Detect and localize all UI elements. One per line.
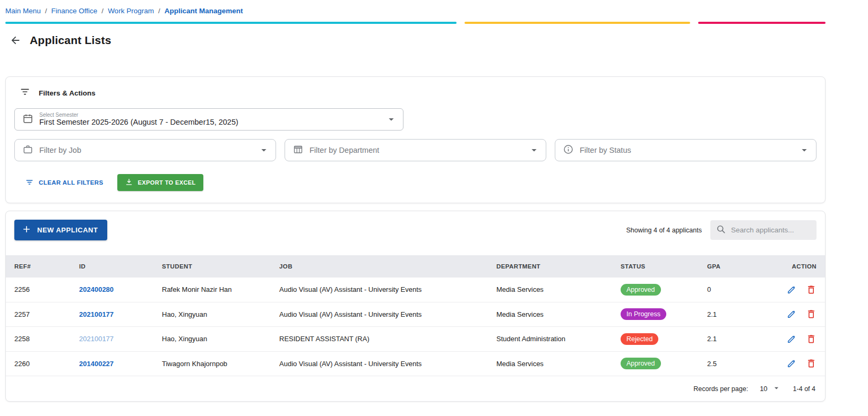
breadcrumb: Main Menu/Finance Office/Work Program/Ap…: [5, 5, 831, 16]
applicant-id-link[interactable]: 202100177: [79, 335, 114, 343]
records-per-page-value: 10: [760, 385, 767, 393]
export-to-excel-button[interactable]: EXPORT TO EXCEL: [117, 174, 203, 191]
edit-icon[interactable]: [786, 358, 797, 369]
job-cell: RESIDENT ASSISTANT (RA): [279, 335, 496, 343]
edit-icon[interactable]: [786, 284, 797, 295]
department-cell: Media Services: [496, 310, 621, 318]
chevron-down-icon: [385, 113, 398, 126]
status-badge: Rejected: [621, 333, 658, 345]
edit-icon[interactable]: [786, 334, 797, 344]
semester-text: Select Semester First Semester 2025-2026…: [39, 112, 238, 127]
gpa-cell: 2.5: [707, 360, 776, 368]
page: Main Menu/Finance Office/Work Program/Ap…: [0, 0, 831, 402]
breadcrumb-item[interactable]: Applicant Management: [165, 7, 243, 15]
applicant-id-link[interactable]: 201400227: [79, 360, 114, 368]
chevron-down-icon: [528, 144, 540, 157]
calendar-icon: [22, 113, 33, 126]
table-body: 2256 202400280 Rafek Monir Nazir Han Aud…: [6, 278, 825, 376]
ref-cell: 2257: [14, 310, 79, 318]
breadcrumb-item[interactable]: Main Menu: [5, 7, 41, 15]
search-input[interactable]: [731, 226, 811, 234]
delete-icon[interactable]: [806, 309, 817, 319]
pagination-range-text: 1-4 of 4: [793, 385, 815, 393]
ref-cell: 2256: [14, 285, 79, 293]
department-grid-icon: [293, 144, 304, 157]
department-cell: Media Services: [496, 285, 621, 293]
filters-header: Filters & Actions: [14, 86, 817, 99]
department-filter-select[interactable]: Filter by Department: [285, 139, 546, 161]
back-arrow-icon[interactable]: [10, 34, 21, 46]
status-filter-select[interactable]: Filter by Status: [555, 139, 817, 161]
delete-icon[interactable]: [806, 284, 817, 295]
student-cell: Hao, Xingyuan: [162, 335, 279, 343]
student-cell: Rafek Monir Nazir Han: [162, 285, 279, 293]
applicants-card: NEW APPLICANT Showing 4 of 4 applicants …: [5, 211, 826, 402]
column-header-student: STUDENT: [162, 263, 279, 270]
page-title: Applicant Lists: [30, 34, 111, 47]
status-badge: Approved: [621, 358, 661, 369]
column-header-ref-: REF#: [14, 263, 79, 270]
semester-label: Select Semester: [39, 112, 238, 118]
search-icon: [716, 224, 726, 237]
job-filter-select[interactable]: Filter by Job: [14, 139, 276, 161]
ref-cell: 2258: [14, 335, 79, 343]
accent-bar-segment-cyan: [5, 22, 457, 24]
department-cell: Media Services: [496, 360, 621, 368]
applicant-id-link[interactable]: 202100177: [79, 310, 114, 318]
chevron-down-icon: [771, 383, 781, 395]
accent-bar-segment-yellow: [465, 22, 690, 24]
table-header-row: REF#IDSTUDENTJOBDEPARTMENTSTATUSGPAACTIO…: [6, 255, 825, 278]
ref-cell: 2260: [14, 360, 79, 368]
clear-all-filters-label: CLEAR ALL FILTERS: [39, 179, 104, 186]
chevron-down-icon: [257, 144, 270, 157]
briefcase-icon: [22, 144, 33, 157]
breadcrumb-separator: /: [101, 7, 104, 15]
breadcrumb-item[interactable]: Finance Office: [51, 7, 98, 15]
accent-bar-segment-pink: [698, 22, 826, 24]
clear-filter-icon: [25, 178, 34, 188]
records-per-page-select[interactable]: 10: [760, 383, 781, 395]
filter-row: Filter by Job Filter by Department Filte: [14, 139, 817, 161]
new-applicant-button[interactable]: NEW APPLICANT: [14, 220, 107, 240]
filters-title: Filters & Actions: [39, 89, 96, 97]
column-header-status: STATUS: [621, 263, 707, 270]
filter-list-icon: [20, 86, 30, 99]
table-row: 2258 202100177 Hao, Xingyuan RESIDENT AS…: [6, 327, 825, 352]
info-circle-icon: [563, 144, 574, 157]
applicant-id-link[interactable]: 202400280: [79, 285, 114, 293]
semester-value: First Semester 2025-2026 (August 7 - Dec…: [39, 118, 238, 127]
column-header-gpa: GPA: [707, 263, 776, 270]
table-row: 2257 202100177 Hao, Xingyuan Audio Visua…: [6, 302, 825, 327]
title-row: Applicant Lists: [5, 32, 831, 49]
gpa-cell: 2.1: [707, 310, 776, 318]
job-filter-placeholder: Filter by Job: [39, 146, 81, 154]
delete-icon[interactable]: [806, 334, 817, 344]
status-badge: Approved: [621, 284, 661, 296]
toolbar-right: Showing 4 of 4 applicants: [626, 220, 817, 240]
breadcrumb-item[interactable]: Work Program: [108, 7, 154, 15]
gpa-cell: 2.1: [707, 335, 776, 343]
column-header-action: ACTION: [776, 263, 817, 270]
accent-bar: [5, 22, 826, 24]
department-filter-placeholder: Filter by Department: [310, 146, 379, 154]
breadcrumb-separator: /: [45, 7, 47, 15]
gpa-cell: 0: [707, 285, 776, 293]
status-filter-placeholder: Filter by Status: [580, 146, 631, 154]
edit-icon[interactable]: [786, 309, 797, 319]
new-applicant-label: NEW APPLICANT: [37, 226, 98, 234]
job-cell: Audio Visual (AV) Assistant - University…: [279, 285, 496, 293]
breadcrumb-separator: /: [158, 7, 160, 15]
clear-all-filters-button[interactable]: CLEAR ALL FILTERS: [25, 178, 104, 188]
filters-card: Filters & Actions Select Semester First …: [5, 76, 826, 203]
department-cell: Student Administration: [496, 335, 621, 343]
semester-select[interactable]: Select Semester First Semester 2025-2026…: [14, 108, 403, 131]
table-toolbar: NEW APPLICANT Showing 4 of 4 applicants: [6, 220, 825, 240]
filter-actions-row: CLEAR ALL FILTERS EXPORT TO EXCEL: [14, 174, 817, 191]
table-row: 2256 202400280 Rafek Monir Nazir Han Aud…: [6, 278, 825, 302]
delete-icon[interactable]: [806, 358, 817, 369]
job-cell: Audio Visual (AV) Assistant - University…: [279, 360, 496, 368]
column-header-department: DEPARTMENT: [496, 263, 621, 270]
chevron-down-icon: [798, 144, 811, 157]
showing-count-text: Showing 4 of 4 applicants: [626, 227, 702, 234]
student-cell: Tiwagorn Khajornpob: [162, 360, 279, 368]
